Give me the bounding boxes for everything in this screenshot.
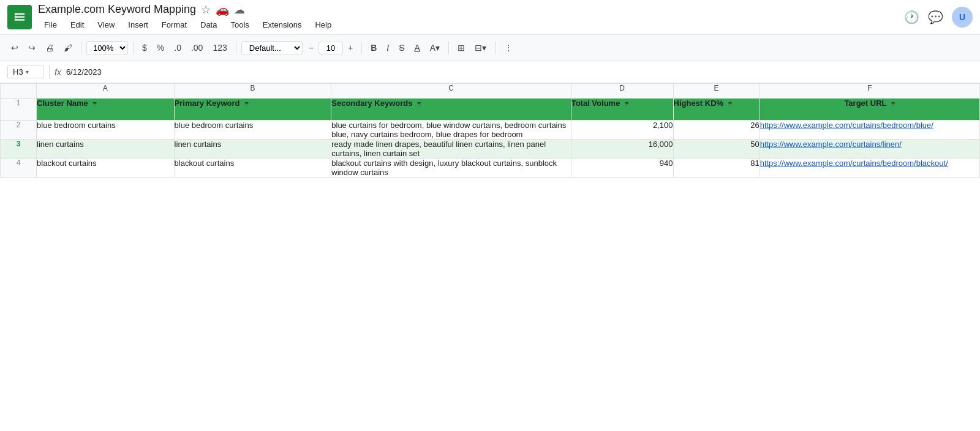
- toolbar: ↩ ↪ 🖨 🖌 100% $ % .0 .00 123 Default... −…: [0, 34, 980, 61]
- filter-icon-c[interactable]: ≡: [417, 100, 421, 107]
- col-header-f[interactable]: F: [760, 84, 979, 99]
- formula-value[interactable]: 6/12/2023: [66, 67, 102, 77]
- underline-button[interactable]: A: [411, 40, 424, 55]
- col-header-b[interactable]: B: [174, 84, 331, 99]
- cell-3-f[interactable]: https://www.example.com/curtains/linen/: [760, 140, 979, 159]
- redo-button[interactable]: ↪: [24, 40, 39, 55]
- cell-3-d[interactable]: 16,000: [571, 140, 673, 159]
- row-num-4: 4: [1, 159, 37, 178]
- document-title[interactable]: Example.com Keyword Mapping: [38, 3, 196, 16]
- zoom-selector[interactable]: 100%: [86, 41, 128, 55]
- menu-format[interactable]: Format: [156, 18, 193, 32]
- cell-2-c[interactable]: blue curtains for bedroom, blue window c…: [331, 121, 571, 140]
- title-icons: ☆ 🚗 ☁: [201, 3, 245, 17]
- cell-reference-box[interactable]: H3 ▾: [7, 66, 44, 78]
- comment-icon[interactable]: 💬: [928, 10, 943, 24]
- col-header-c[interactable]: C: [331, 84, 571, 99]
- cell-3-a[interactable]: linen curtains: [37, 140, 175, 159]
- menu-extensions[interactable]: Extensions: [257, 18, 308, 32]
- fill-color-button[interactable]: A▾: [426, 40, 443, 55]
- col-header-a[interactable]: A: [37, 84, 175, 99]
- menu-insert[interactable]: Insert: [122, 18, 154, 32]
- font-size-decrease-button[interactable]: −: [305, 40, 317, 55]
- cell-4-c[interactable]: blackout curtains with design, luxury bl…: [331, 159, 571, 178]
- cell-3-b[interactable]: linen curtains: [174, 140, 331, 159]
- filter-icon-d[interactable]: ≡: [625, 100, 628, 107]
- paint-format-button[interactable]: 🖌: [60, 40, 76, 55]
- row-num-3: 3: [1, 140, 37, 159]
- history-icon[interactable]: 🕐: [904, 10, 919, 24]
- font-size-input[interactable]: [318, 42, 343, 54]
- svg-rect-4: [15, 13, 17, 21]
- menu-help[interactable]: Help: [309, 18, 337, 32]
- menu-view[interactable]: View: [91, 18, 121, 32]
- filter-icon-b[interactable]: ≡: [244, 100, 248, 107]
- col-header-e[interactable]: E: [673, 84, 760, 99]
- toolbar-separator-6: [495, 42, 496, 54]
- cell-2-b[interactable]: blue bedroom curtains: [174, 121, 331, 140]
- cell-ref-value: H3: [13, 67, 23, 77]
- menu-data[interactable]: Data: [194, 18, 223, 32]
- filter-icon-f[interactable]: ≡: [891, 100, 895, 107]
- top-bar: Example.com Keyword Mapping ☆ 🚗 ☁ File E…: [0, 0, 980, 34]
- header-target-url[interactable]: Target URL ≡: [760, 99, 979, 121]
- url-link-3[interactable]: https://www.example.com/curtains/linen/: [760, 140, 902, 149]
- table-row: 3 linen curtains linen curtains ready ma…: [1, 140, 980, 159]
- header-total-volume[interactable]: Total Volume ≡: [571, 99, 673, 121]
- font-name-selector[interactable]: Default...: [241, 41, 303, 55]
- decimal-increase-button[interactable]: .00: [187, 40, 206, 55]
- url-link-4[interactable]: https://www.example.com/curtains/bedroom…: [760, 159, 948, 168]
- more-options-button[interactable]: ⋮: [500, 40, 516, 55]
- menu-tools[interactable]: Tools: [224, 18, 255, 32]
- menu-bar: File Edit View Insert Format Data Tools …: [38, 18, 898, 32]
- cloud-icon[interactable]: ☁: [234, 3, 245, 17]
- formula-separator: [49, 66, 50, 79]
- star-icon[interactable]: ☆: [201, 3, 211, 17]
- cell-4-e[interactable]: 81: [673, 159, 760, 178]
- toolbar-separator-4: [361, 42, 362, 54]
- cell-ref-dropdown-icon[interactable]: ▾: [26, 69, 29, 75]
- percent-button[interactable]: %: [153, 40, 168, 55]
- cell-4-d[interactable]: 940: [571, 159, 673, 178]
- font-size-increase-button[interactable]: +: [344, 40, 356, 55]
- url-link-2[interactable]: https://www.example.com/curtains/bedroom…: [760, 121, 933, 130]
- font-size-controls: − +: [305, 40, 356, 55]
- fx-label: fx: [55, 67, 61, 77]
- header-highest-kd[interactable]: Highest KD% ≡: [673, 99, 760, 121]
- filter-icon-e[interactable]: ≡: [728, 100, 732, 107]
- cell-3-c[interactable]: ready made linen drapes, beautiful linen…: [331, 140, 571, 159]
- bold-button[interactable]: B: [367, 40, 380, 55]
- borders-button[interactable]: ⊞: [454, 40, 469, 55]
- drive-icon[interactable]: 🚗: [216, 3, 229, 17]
- cell-4-a[interactable]: blackout curtains: [37, 159, 175, 178]
- cell-2-e[interactable]: 26: [673, 121, 760, 140]
- header-cluster-name[interactable]: Cluster Name ≡: [37, 99, 175, 121]
- avatar[interactable]: U: [952, 7, 973, 28]
- italic-button[interactable]: I: [383, 40, 393, 55]
- col-header-d[interactable]: D: [571, 84, 673, 99]
- strikethrough-button[interactable]: S: [395, 40, 408, 55]
- currency-button[interactable]: $: [138, 40, 151, 55]
- corner-cell: [1, 84, 37, 99]
- cell-2-f[interactable]: https://www.example.com/curtains/bedroom…: [760, 121, 979, 140]
- filter-icon-a[interactable]: ≡: [92, 100, 96, 107]
- cell-2-a[interactable]: blue bedroom curtains: [37, 121, 175, 140]
- cell-3-e[interactable]: 50: [673, 140, 760, 159]
- cell-2-d[interactable]: 2,100: [571, 121, 673, 140]
- doc-title: Example.com Keyword Mapping ☆ 🚗 ☁: [38, 3, 898, 17]
- header-primary-keyword[interactable]: Primary Keyword ≡: [174, 99, 331, 121]
- cell-4-f[interactable]: https://www.example.com/curtains/bedroom…: [760, 159, 979, 178]
- cell-4-b[interactable]: blackout curtains: [174, 159, 331, 178]
- undo-button[interactable]: ↩: [7, 40, 22, 55]
- menu-edit[interactable]: Edit: [64, 18, 90, 32]
- header-secondary-keywords[interactable]: Secondary Keywords ≡: [331, 99, 571, 121]
- spreadsheet-table: A B C D E F 1 Cluster Name ≡ Primary Key…: [0, 83, 980, 178]
- menu-file[interactable]: File: [38, 18, 63, 32]
- column-headers-row: A B C D E F: [1, 84, 980, 99]
- title-section: Example.com Keyword Mapping ☆ 🚗 ☁ File E…: [38, 3, 898, 32]
- format-123-button[interactable]: 123: [209, 40, 230, 55]
- table-row: 2 blue bedroom curtains blue bedroom cur…: [1, 121, 980, 140]
- merge-button[interactable]: ⊟▾: [471, 40, 490, 55]
- decimal-decrease-button[interactable]: .0: [170, 40, 185, 55]
- print-button[interactable]: 🖨: [42, 40, 58, 55]
